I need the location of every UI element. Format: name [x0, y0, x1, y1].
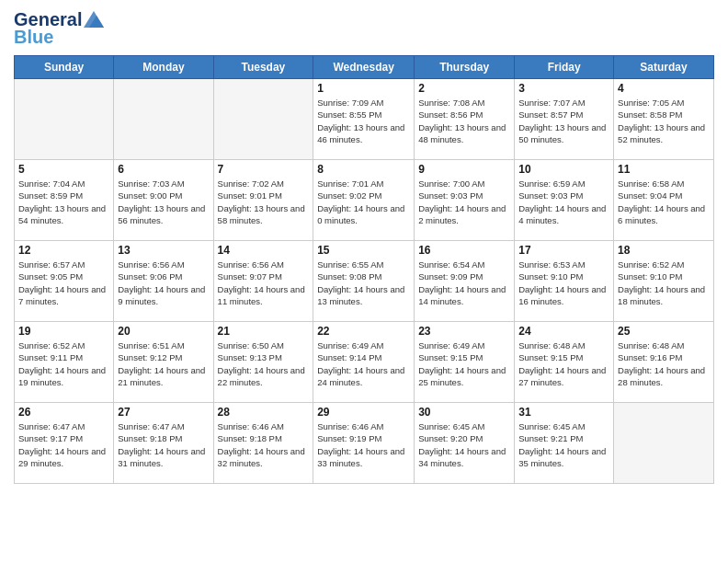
day-number: 18	[618, 244, 710, 257]
day-info: Sunrise: 6:54 AMSunset: 9:09 PMDaylight:…	[418, 259, 510, 307]
day-number: 14	[218, 244, 310, 257]
day-header-sunday: Sunday	[15, 56, 114, 79]
day-info: Sunrise: 6:45 AMSunset: 9:20 PMDaylight:…	[418, 420, 510, 469]
calendar-cell: 16Sunrise: 6:54 AMSunset: 9:09 PMDayligh…	[415, 241, 515, 322]
calendar-cell: 1Sunrise: 7:09 AMSunset: 8:55 PMDaylight…	[313, 79, 415, 160]
day-info: Sunrise: 7:08 AMSunset: 8:56 PMDaylight:…	[418, 97, 510, 145]
day-number: 4	[618, 82, 710, 95]
day-number: 3	[518, 82, 609, 95]
calendar-cell: 15Sunrise: 6:55 AMSunset: 9:08 PMDayligh…	[313, 241, 415, 322]
calendar-cell: 9Sunrise: 7:00 AMSunset: 9:03 PMDaylight…	[415, 160, 515, 241]
day-info: Sunrise: 6:49 AMSunset: 9:15 PMDaylight:…	[418, 339, 510, 388]
day-info: Sunrise: 6:45 AMSunset: 9:21 PMDaylight:…	[518, 420, 609, 469]
calendar-cell: 10Sunrise: 6:59 AMSunset: 9:03 PMDayligh…	[515, 160, 614, 241]
day-info: Sunrise: 7:09 AMSunset: 8:55 PMDaylight:…	[317, 97, 410, 145]
calendar-cell: 27Sunrise: 6:47 AMSunset: 9:18 PMDayligh…	[114, 403, 213, 484]
day-number: 19	[18, 325, 109, 338]
calendar-table: SundayMondayTuesdayWednesdayThursdayFrid…	[14, 55, 714, 484]
calendar-cell: 7Sunrise: 7:02 AMSunset: 9:01 PMDaylight…	[213, 160, 313, 241]
calendar-cell	[213, 79, 313, 160]
day-number: 28	[218, 406, 310, 419]
header: General Blue	[14, 9, 714, 48]
day-number: 29	[317, 406, 410, 419]
day-number: 30	[418, 406, 510, 419]
day-header-saturday: Saturday	[614, 56, 714, 79]
day-header-thursday: Thursday	[415, 56, 515, 79]
day-number: 15	[317, 244, 410, 257]
day-info: Sunrise: 6:49 AMSunset: 9:14 PMDaylight:…	[317, 339, 410, 388]
day-info: Sunrise: 6:50 AMSunset: 9:13 PMDaylight:…	[218, 339, 310, 388]
day-number: 6	[118, 163, 209, 176]
day-info: Sunrise: 6:56 AMSunset: 9:06 PMDaylight:…	[118, 259, 209, 307]
day-number: 16	[418, 244, 510, 257]
day-info: Sunrise: 6:46 AMSunset: 9:19 PMDaylight:…	[317, 420, 410, 469]
day-info: Sunrise: 6:48 AMSunset: 9:16 PMDaylight:…	[618, 339, 710, 388]
calendar-cell: 21Sunrise: 6:50 AMSunset: 9:13 PMDayligh…	[213, 322, 313, 403]
calendar-cell: 31Sunrise: 6:45 AMSunset: 9:21 PMDayligh…	[515, 403, 614, 484]
day-header-friday: Friday	[515, 56, 614, 79]
calendar-cell: 23Sunrise: 6:49 AMSunset: 9:15 PMDayligh…	[415, 322, 515, 403]
day-header-wednesday: Wednesday	[313, 56, 415, 79]
day-info: Sunrise: 7:00 AMSunset: 9:03 PMDaylight:…	[418, 178, 510, 226]
day-number: 11	[618, 163, 710, 176]
calendar-week-5: 26Sunrise: 6:47 AMSunset: 9:17 PMDayligh…	[15, 403, 714, 484]
calendar-cell: 3Sunrise: 7:07 AMSunset: 8:57 PMDaylight…	[515, 79, 614, 160]
day-info: Sunrise: 6:53 AMSunset: 9:10 PMDaylight:…	[518, 259, 609, 307]
day-info: Sunrise: 6:52 AMSunset: 9:10 PMDaylight:…	[618, 259, 710, 307]
day-info: Sunrise: 6:55 AMSunset: 9:08 PMDaylight:…	[317, 259, 410, 307]
day-info: Sunrise: 7:07 AMSunset: 8:57 PMDaylight:…	[518, 97, 609, 145]
logo-blue: Blue	[14, 27, 53, 48]
day-number: 31	[518, 406, 609, 419]
day-info: Sunrise: 6:51 AMSunset: 9:12 PMDaylight:…	[118, 339, 209, 388]
calendar-cell	[614, 403, 714, 484]
calendar-cell: 22Sunrise: 6:49 AMSunset: 9:14 PMDayligh…	[313, 322, 415, 403]
calendar-cell: 24Sunrise: 6:48 AMSunset: 9:15 PMDayligh…	[515, 322, 614, 403]
calendar-week-4: 19Sunrise: 6:52 AMSunset: 9:11 PMDayligh…	[15, 322, 714, 403]
day-header-tuesday: Tuesday	[213, 56, 313, 79]
day-number: 10	[518, 163, 609, 176]
day-info: Sunrise: 7:05 AMSunset: 8:58 PMDaylight:…	[618, 97, 710, 145]
day-info: Sunrise: 6:47 AMSunset: 9:18 PMDaylight:…	[118, 420, 209, 469]
day-info: Sunrise: 6:58 AMSunset: 9:04 PMDaylight:…	[618, 178, 710, 226]
calendar-cell: 11Sunrise: 6:58 AMSunset: 9:04 PMDayligh…	[614, 160, 714, 241]
calendar-week-2: 5Sunrise: 7:04 AMSunset: 8:59 PMDaylight…	[15, 160, 714, 241]
calendar-cell: 4Sunrise: 7:05 AMSunset: 8:58 PMDaylight…	[614, 79, 714, 160]
day-info: Sunrise: 6:56 AMSunset: 9:07 PMDaylight:…	[218, 259, 310, 307]
day-info: Sunrise: 6:46 AMSunset: 9:18 PMDaylight:…	[218, 420, 310, 469]
day-number: 9	[418, 163, 510, 176]
calendar-week-1: 1Sunrise: 7:09 AMSunset: 8:55 PMDaylight…	[15, 79, 714, 160]
day-number: 24	[518, 325, 609, 338]
day-info: Sunrise: 6:47 AMSunset: 9:17 PMDaylight:…	[18, 420, 109, 469]
day-info: Sunrise: 7:01 AMSunset: 9:02 PMDaylight:…	[317, 178, 410, 226]
day-info: Sunrise: 6:59 AMSunset: 9:03 PMDaylight:…	[518, 178, 609, 226]
calendar-cell: 14Sunrise: 6:56 AMSunset: 9:07 PMDayligh…	[213, 241, 313, 322]
day-number: 25	[618, 325, 710, 338]
logo: General Blue	[14, 9, 104, 48]
day-number: 8	[317, 163, 410, 176]
calendar-cell: 26Sunrise: 6:47 AMSunset: 9:17 PMDayligh…	[15, 403, 114, 484]
calendar-cell: 2Sunrise: 7:08 AMSunset: 8:56 PMDaylight…	[415, 79, 515, 160]
calendar-cell: 28Sunrise: 6:46 AMSunset: 9:18 PMDayligh…	[213, 403, 313, 484]
calendar-cell: 18Sunrise: 6:52 AMSunset: 9:10 PMDayligh…	[614, 241, 714, 322]
day-number: 13	[118, 244, 209, 257]
day-info: Sunrise: 7:04 AMSunset: 8:59 PMDaylight:…	[18, 178, 109, 226]
day-number: 27	[118, 406, 209, 419]
calendar-cell: 5Sunrise: 7:04 AMSunset: 8:59 PMDaylight…	[15, 160, 114, 241]
calendar-cell: 12Sunrise: 6:57 AMSunset: 9:05 PMDayligh…	[15, 241, 114, 322]
day-info: Sunrise: 6:52 AMSunset: 9:11 PMDaylight:…	[18, 339, 109, 388]
day-info: Sunrise: 7:03 AMSunset: 9:00 PMDaylight:…	[118, 178, 209, 226]
calendar-cell: 30Sunrise: 6:45 AMSunset: 9:20 PMDayligh…	[415, 403, 515, 484]
day-number: 2	[418, 82, 510, 95]
calendar-week-3: 12Sunrise: 6:57 AMSunset: 9:05 PMDayligh…	[15, 241, 714, 322]
calendar-cell	[15, 79, 114, 160]
calendar-header-row: SundayMondayTuesdayWednesdayThursdayFrid…	[15, 56, 714, 79]
day-info: Sunrise: 7:02 AMSunset: 9:01 PMDaylight:…	[218, 178, 310, 226]
calendar-cell: 13Sunrise: 6:56 AMSunset: 9:06 PMDayligh…	[114, 241, 213, 322]
logo-icon	[84, 11, 104, 28]
calendar-cell	[114, 79, 213, 160]
calendar-cell: 17Sunrise: 6:53 AMSunset: 9:10 PMDayligh…	[515, 241, 614, 322]
day-number: 12	[18, 244, 109, 257]
day-number: 26	[18, 406, 109, 419]
day-number: 17	[518, 244, 609, 257]
day-number: 1	[317, 82, 410, 95]
